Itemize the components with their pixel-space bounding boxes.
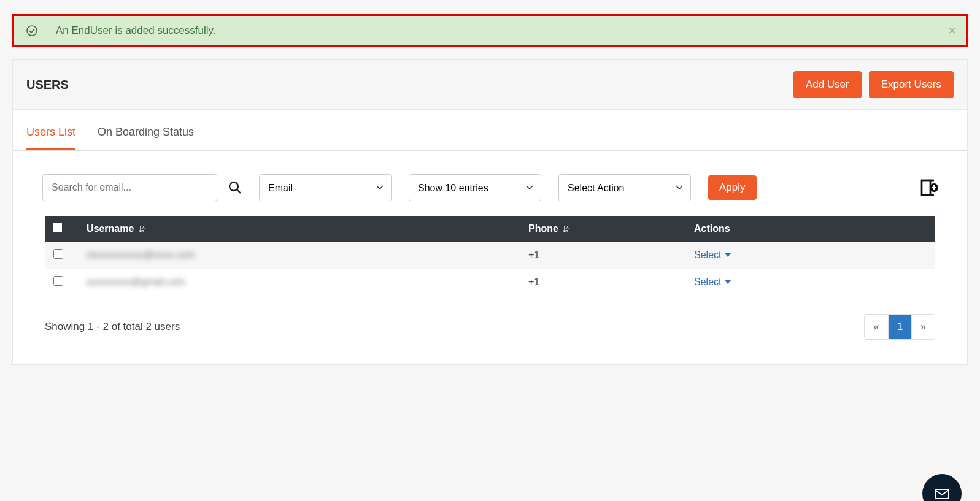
cell-username: sxxxxxxxx@gmail.com [87,277,185,287]
cell-phone: +1 [528,250,539,260]
table-row: mxxxxxxxxxx@xxxx.com +1 Select [45,242,935,269]
page-title: USERS [26,78,69,92]
row-action-select[interactable]: Select [694,277,731,288]
col-phone-label: Phone [528,223,558,234]
col-actions-label: Actions [694,223,730,234]
filter-field-select[interactable]: Email [259,174,392,201]
pager-prev[interactable]: « [865,315,888,339]
col-username[interactable]: Username A Z [78,216,520,242]
help-chat-button[interactable] [922,474,962,501]
users-panel: USERS Add User Export Users Users List O… [12,59,968,365]
row-action-label: Select [694,277,721,288]
col-username-label: Username [87,223,134,234]
search-input[interactable] [42,174,217,201]
users-table-wrap: Username A Z Phone [13,216,967,296]
alert-message: An EndUser is added successfully. [56,25,215,37]
col-phone[interactable]: Phone A Z [520,216,685,242]
svg-line-2 [237,190,241,194]
users-table: Username A Z Phone [45,216,935,296]
check-circle-icon [26,25,37,36]
caret-down-icon [725,280,731,284]
filters-bar: Email Show 10 entries Select Action Appl… [13,151,967,216]
add-user-button[interactable]: Add User [793,71,862,98]
export-users-button[interactable]: Export Users [869,71,954,98]
close-icon[interactable]: × [948,23,956,39]
panel-header: USERS Add User Export Users [13,60,967,110]
sort-icon: A Z [562,225,571,234]
svg-text:Z: Z [142,229,144,233]
row-checkbox[interactable] [53,276,63,286]
cell-username: mxxxxxxxxxx@xxxx.com [87,250,195,260]
row-action-select[interactable]: Select [694,250,731,261]
row-action-label: Select [694,250,721,261]
tabs: Users List On Boarding Status [13,116,967,151]
table-header-row: Username A Z Phone [45,216,935,242]
add-column-icon[interactable] [918,178,938,197]
tab-users-list[interactable]: Users List [26,116,75,150]
header-buttons: Add User Export Users [793,71,954,98]
svg-point-1 [230,182,238,191]
pager-page-1[interactable]: 1 [888,315,911,339]
svg-point-0 [27,26,37,36]
svg-text:Z: Z [566,229,568,233]
col-actions: Actions [685,216,935,242]
col-checkbox [45,216,78,242]
table-row: sxxxxxxxx@gmail.com +1 Select [45,269,935,296]
success-alert: An EndUser is added successfully. × [12,14,968,47]
caret-down-icon [725,253,731,257]
svg-rect-3 [922,180,930,195]
pager-next[interactable]: » [911,315,935,339]
tab-onboarding-status[interactable]: On Boarding Status [98,116,194,150]
table-footer: Showing 1 - 2 of total 2 users « 1 » [13,296,967,364]
bulk-action-select[interactable]: Select Action [558,174,691,201]
entries-select[interactable]: Show 10 entries [409,174,541,201]
cell-phone: +1 [528,277,539,287]
mail-icon [933,484,951,501]
sort-icon: A Z [138,225,147,234]
row-checkbox[interactable] [53,249,63,259]
search-icon[interactable] [228,181,242,194]
search-group [42,174,242,201]
pagination: « 1 » [864,314,935,340]
apply-button[interactable]: Apply [708,175,757,200]
select-all-checkbox[interactable] [53,223,62,232]
showing-text: Showing 1 - 2 of total 2 users [45,321,180,333]
